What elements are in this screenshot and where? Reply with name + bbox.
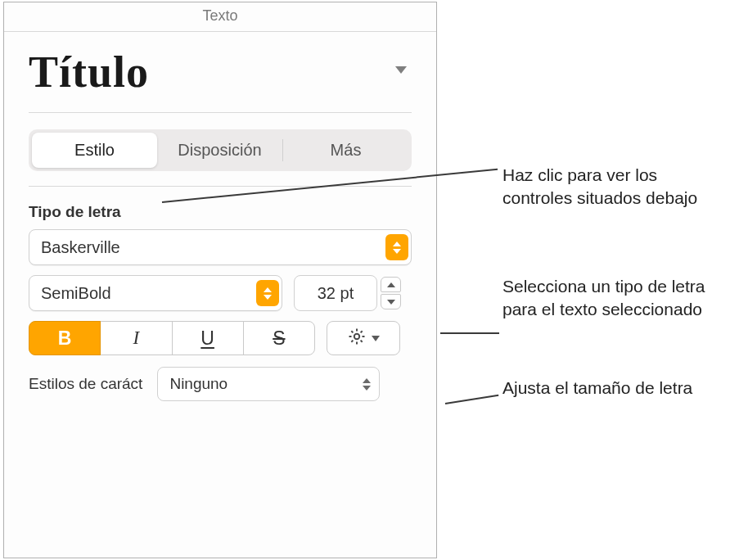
callout-font: Selecciona un tipo de letra para el text… <box>502 275 728 322</box>
stepper-down-button[interactable] <box>381 294 401 309</box>
bold-glyph: B <box>58 327 72 350</box>
font-style-row: B I U S <box>29 321 412 355</box>
tab-label: Estilo <box>74 141 115 159</box>
chevron-down-icon <box>395 66 407 74</box>
panel-title: Texto <box>4 2 436 32</box>
font-family-value: Baskerville <box>41 238 385 257</box>
svg-point-0 <box>354 334 359 339</box>
strike-glyph: S <box>273 327 285 350</box>
callout-size: Ajusta el tamaño de letra <box>502 377 692 400</box>
italic-glyph: I <box>133 327 140 349</box>
chevron-down-icon <box>372 336 380 341</box>
panel-body: Título Estilo Disposición Más Tipo de le… <box>4 32 436 558</box>
underline-glyph: U <box>201 327 214 350</box>
callout-tabs: Haz clic para ver los controles situados… <box>502 164 728 210</box>
callout-leader <box>440 332 499 334</box>
font-weight-value: SemiBold <box>41 284 256 303</box>
advanced-options-button[interactable] <box>327 321 400 355</box>
font-row-weight-size: SemiBold 32 pt <box>29 275 412 311</box>
tab-label: Disposición <box>178 141 261 159</box>
character-styles-label: Estilos de caráct <box>29 375 142 393</box>
font-weight-popup[interactable]: SemiBold <box>29 275 282 311</box>
character-styles-popup[interactable]: Ninguno <box>157 367 380 401</box>
segmented-control: Estilo Disposición Más <box>29 129 412 171</box>
paragraph-style-picker[interactable]: Título <box>29 47 412 113</box>
tab-more[interactable]: Más <box>283 133 408 168</box>
font-size-field[interactable]: 32 pt <box>294 275 377 311</box>
text-format-group: B I U S <box>29 321 315 355</box>
character-styles-value: Ninguno <box>169 375 363 393</box>
chevron-up-icon <box>387 282 395 287</box>
popup-indicator-icon <box>385 234 408 260</box>
tab-style[interactable]: Estilo <box>32 133 157 168</box>
character-styles-row: Estilos de caráct Ninguno <box>29 367 412 401</box>
gear-icon <box>347 327 367 350</box>
font-size-stepper <box>381 275 401 311</box>
underline-button[interactable]: U <box>172 321 244 355</box>
format-inspector-panel: Texto Título Estilo Disposición Más <box>3 2 437 558</box>
font-family-popup[interactable]: Baskerville <box>29 229 412 265</box>
chevron-down-icon <box>387 300 395 305</box>
tab-layout[interactable]: Disposición <box>157 133 282 168</box>
font-size-group: 32 pt <box>294 275 401 311</box>
updown-chevron-icon <box>363 378 371 391</box>
callout-leader <box>445 395 499 404</box>
font-size-value: 32 pt <box>318 284 354 303</box>
bold-button[interactable]: B <box>29 321 101 355</box>
popup-indicator-icon <box>256 280 279 306</box>
italic-button[interactable]: I <box>100 321 172 355</box>
font-section-label: Tipo de letra <box>29 203 412 221</box>
stepper-up-button[interactable] <box>381 277 401 292</box>
strikethrough-button[interactable]: S <box>243 321 315 355</box>
tabs-container: Estilo Disposición Más <box>29 113 412 187</box>
paragraph-style-label: Título <box>29 47 412 97</box>
tab-label: Más <box>331 141 362 159</box>
